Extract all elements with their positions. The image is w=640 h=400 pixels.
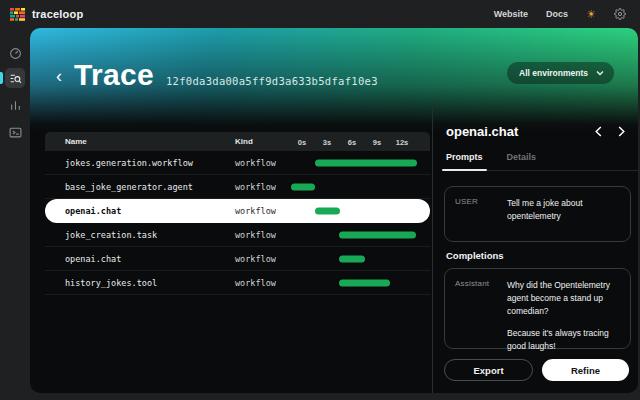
environment-selector-label: All environments <box>519 68 588 78</box>
trace-view-card: ‹ Trace 12f0da3da00a5ff9d3a633b5dfaf10e3… <box>30 28 638 393</box>
sidebar-item-traces[interactable] <box>5 68 25 88</box>
back-button[interactable]: ‹ <box>56 67 62 85</box>
span-name: jokes.generation.workflow <box>45 158 235 168</box>
refine-button[interactable]: Refine <box>542 359 629 381</box>
span-kind: workflow <box>235 158 290 168</box>
topbar: traceloop Website Docs ☀ <box>0 0 640 28</box>
panel-tabs: Prompts Details <box>446 152 638 171</box>
traceloop-logo-icon <box>10 8 25 21</box>
timeline-tick: 6s <box>348 137 356 146</box>
completion-message-box: Assistant Why did the Opentelemetry agen… <box>444 268 631 349</box>
table-row[interactable]: openai.chatworkflow <box>45 247 430 271</box>
theme-toggle-sun-icon[interactable]: ☀ <box>586 9 596 20</box>
span-timeline-cell <box>290 271 420 294</box>
next-span-button[interactable] <box>617 126 626 137</box>
spans-table-rows: jokes.generation.workflowworkflowbase_jo… <box>45 151 430 295</box>
settings-gear-icon[interactable] <box>614 8 626 20</box>
docs-link[interactable]: Docs <box>546 9 568 19</box>
prompt-text: Tell me a joke about opentelemetry <box>507 197 620 231</box>
gauge-icon <box>9 47 22 60</box>
chevron-left-icon <box>594 126 603 137</box>
table-row[interactable]: history_jokes.toolworkflow <box>45 271 430 295</box>
brand[interactable]: traceloop <box>10 8 83 21</box>
sidebar <box>0 28 30 400</box>
export-button[interactable]: Export <box>444 359 533 381</box>
span-timeline-cell <box>290 175 420 198</box>
span-name: base_joke_generator.agent <box>45 182 235 192</box>
timeline-tick: 3s <box>323 137 331 146</box>
prompt-role-label: USER <box>455 197 507 231</box>
spans-table: Name Kind 0s3s6s9s12s jokes.generation.w… <box>45 132 430 295</box>
span-kind: workflow <box>235 254 290 264</box>
topnav: Website Docs ☀ <box>494 8 626 20</box>
completions-heading: Completions <box>446 250 504 261</box>
span-name: joke_creation.task <box>45 230 235 240</box>
span-kind: workflow <box>235 230 290 240</box>
timeline-axis: 0s3s6s9s12s <box>290 132 420 151</box>
span-timeline-cell <box>290 223 420 246</box>
column-header-kind: Kind <box>235 137 290 146</box>
completion-role-label: Assistant <box>455 279 507 338</box>
table-row[interactable]: openai.chatworkflow <box>45 199 430 223</box>
span-detail-panel: openai.chat Prompts Details USER Tell me… <box>432 104 638 393</box>
span-name: history_jokes.tool <box>45 278 235 288</box>
span-timeline-cell <box>290 247 420 270</box>
spans-table-header: Name Kind 0s3s6s9s12s <box>45 132 430 151</box>
sidebar-item-dashboard[interactable] <box>5 43 25 63</box>
table-row[interactable]: jokes.generation.workflowworkflow <box>45 151 430 175</box>
bar-chart-icon <box>9 99 22 112</box>
span-kind: workflow <box>235 206 290 216</box>
duration-bar <box>339 279 390 286</box>
timeline-tick: 9s <box>373 137 381 146</box>
website-link[interactable]: Website <box>494 9 528 19</box>
duration-bar <box>315 159 417 166</box>
duration-bar <box>339 255 365 262</box>
prev-span-button[interactable] <box>594 126 603 137</box>
page-title: Trace <box>74 58 154 92</box>
panel-footer: Export Refine <box>444 359 629 381</box>
duration-bar <box>291 183 315 190</box>
trace-search-icon <box>9 72 22 85</box>
brand-name: traceloop <box>32 8 83 20</box>
playground-icon <box>9 126 22 139</box>
prompt-message-box: USER Tell me a joke about opentelemetry <box>444 186 631 242</box>
table-row[interactable]: joke_creation.taskworkflow <box>45 223 430 247</box>
span-timeline-cell <box>290 199 420 222</box>
span-title: openai.chat <box>446 124 518 139</box>
chevron-down-icon <box>596 70 604 76</box>
completion-text: Why did the Opentelemetry agent become a… <box>507 279 620 338</box>
timeline-tick: 0s <box>298 137 306 146</box>
chevron-right-icon <box>617 126 626 137</box>
table-row[interactable]: base_joke_generator.agentworkflow <box>45 175 430 199</box>
span-kind: workflow <box>235 278 290 288</box>
span-name: openai.chat <box>45 254 235 264</box>
span-kind: workflow <box>235 182 290 192</box>
sidebar-item-playground[interactable] <box>5 122 25 142</box>
timeline-tick: 12s <box>396 137 409 146</box>
tab-prompts[interactable]: Prompts <box>446 152 483 162</box>
sidebar-active-indicator <box>0 72 3 84</box>
tab-details[interactable]: Details <box>507 152 537 162</box>
duration-bar <box>315 207 340 214</box>
span-name: openai.chat <box>45 206 235 216</box>
duration-bar <box>339 231 416 238</box>
span-timeline-cell <box>290 151 420 174</box>
column-header-name: Name <box>45 137 235 146</box>
sidebar-item-analytics[interactable] <box>5 95 25 115</box>
trace-id: 12f0da3da00a5ff9d3a633b5dfaf10e3 <box>166 75 378 87</box>
environment-selector[interactable]: All environments <box>507 62 614 84</box>
